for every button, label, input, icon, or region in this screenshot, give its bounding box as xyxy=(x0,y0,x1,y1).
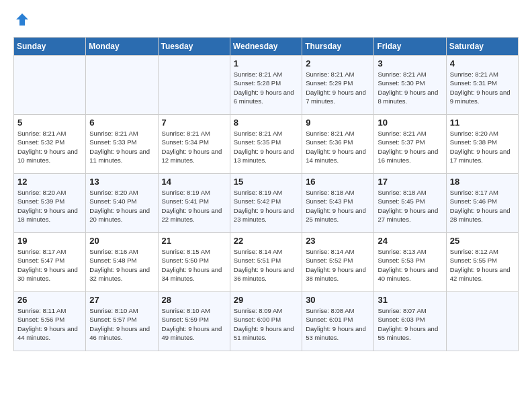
day-number: 30 xyxy=(306,295,371,305)
logo-text xyxy=(13,12,30,30)
weekday-header-cell: Sunday xyxy=(14,38,86,56)
day-number: 1 xyxy=(234,58,299,68)
calendar-cell: 9Sunrise: 8:21 AMSunset: 5:36 PMDaylight… xyxy=(302,115,374,174)
day-info: Sunrise: 8:09 AMSunset: 6:00 PMDaylight:… xyxy=(234,306,299,342)
calendar-week-row: 26Sunrise: 8:11 AMSunset: 5:56 PMDayligh… xyxy=(14,292,519,351)
calendar-cell xyxy=(158,56,230,115)
day-number: 5 xyxy=(17,118,83,128)
day-info: Sunrise: 8:19 AMSunset: 5:41 PMDaylight:… xyxy=(162,188,227,224)
calendar-cell: 19Sunrise: 8:17 AMSunset: 5:47 PMDayligh… xyxy=(14,233,86,292)
calendar-cell: 18Sunrise: 8:17 AMSunset: 5:46 PMDayligh… xyxy=(446,174,518,233)
day-info: Sunrise: 8:14 AMSunset: 5:52 PMDaylight:… xyxy=(306,247,371,283)
weekday-header-cell: Friday xyxy=(374,38,446,56)
day-number: 11 xyxy=(450,118,515,128)
logo-icon xyxy=(15,12,30,27)
svg-marker-0 xyxy=(16,13,28,26)
calendar-cell: 2Sunrise: 8:21 AMSunset: 5:29 PMDaylight… xyxy=(302,56,374,115)
calendar-week-row: 19Sunrise: 8:17 AMSunset: 5:47 PMDayligh… xyxy=(14,233,519,292)
calendar-header: SundayMondayTuesdayWednesdayThursdayFrid… xyxy=(14,38,519,56)
day-info: Sunrise: 8:21 AMSunset: 5:34 PMDaylight:… xyxy=(162,129,227,165)
day-info: Sunrise: 8:15 AMSunset: 5:50 PMDaylight:… xyxy=(162,247,227,283)
day-number: 22 xyxy=(234,236,299,246)
day-number: 31 xyxy=(378,295,443,305)
day-number: 13 xyxy=(89,177,154,187)
calendar-cell: 6Sunrise: 8:21 AMSunset: 5:33 PMDaylight… xyxy=(86,115,158,174)
weekday-header-cell: Tuesday xyxy=(158,38,230,56)
day-number: 17 xyxy=(378,177,443,187)
day-number: 23 xyxy=(306,236,371,246)
day-number: 3 xyxy=(378,58,443,68)
calendar-cell: 1Sunrise: 8:21 AMSunset: 5:28 PMDaylight… xyxy=(230,56,302,115)
calendar-cell: 28Sunrise: 8:10 AMSunset: 5:59 PMDayligh… xyxy=(158,292,230,351)
day-info: Sunrise: 8:19 AMSunset: 5:42 PMDaylight:… xyxy=(234,188,299,224)
calendar-cell xyxy=(86,56,158,115)
day-info: Sunrise: 8:21 AMSunset: 5:33 PMDaylight:… xyxy=(89,129,154,165)
day-number: 16 xyxy=(306,177,371,187)
calendar-cell: 24Sunrise: 8:13 AMSunset: 5:53 PMDayligh… xyxy=(374,233,446,292)
calendar-cell: 27Sunrise: 8:10 AMSunset: 5:57 PMDayligh… xyxy=(86,292,158,351)
day-number: 15 xyxy=(234,177,299,187)
calendar-cell xyxy=(446,292,518,351)
calendar-cell: 13Sunrise: 8:20 AMSunset: 5:40 PMDayligh… xyxy=(86,174,158,233)
calendar-cell: 30Sunrise: 8:08 AMSunset: 6:01 PMDayligh… xyxy=(302,292,374,351)
day-number: 6 xyxy=(89,118,154,128)
day-number: 14 xyxy=(162,177,227,187)
calendar-cell: 14Sunrise: 8:19 AMSunset: 5:41 PMDayligh… xyxy=(158,174,230,233)
calendar-cell: 22Sunrise: 8:14 AMSunset: 5:51 PMDayligh… xyxy=(230,233,302,292)
day-number: 10 xyxy=(378,118,443,128)
day-info: Sunrise: 8:21 AMSunset: 5:36 PMDaylight:… xyxy=(306,129,371,165)
day-number: 25 xyxy=(450,236,515,246)
calendar-cell: 16Sunrise: 8:18 AMSunset: 5:43 PMDayligh… xyxy=(302,174,374,233)
day-number: 8 xyxy=(234,118,299,128)
day-info: Sunrise: 8:17 AMSunset: 5:47 PMDaylight:… xyxy=(17,247,83,283)
calendar-cell: 29Sunrise: 8:09 AMSunset: 6:00 PMDayligh… xyxy=(230,292,302,351)
day-number: 29 xyxy=(234,295,299,305)
day-number: 28 xyxy=(162,295,227,305)
day-info: Sunrise: 8:21 AMSunset: 5:31 PMDaylight:… xyxy=(450,70,515,105)
calendar-table: SundayMondayTuesdayWednesdayThursdayFrid… xyxy=(13,37,519,351)
day-number: 9 xyxy=(306,118,371,128)
day-info: Sunrise: 8:07 AMSunset: 6:03 PMDaylight:… xyxy=(378,306,443,342)
calendar-cell: 25Sunrise: 8:12 AMSunset: 5:55 PMDayligh… xyxy=(446,233,518,292)
weekday-header-cell: Saturday xyxy=(446,38,518,56)
calendar-cell: 7Sunrise: 8:21 AMSunset: 5:34 PMDaylight… xyxy=(158,115,230,174)
day-info: Sunrise: 8:17 AMSunset: 5:46 PMDaylight:… xyxy=(450,188,515,224)
calendar-cell xyxy=(14,56,86,115)
calendar-cell: 8Sunrise: 8:21 AMSunset: 5:35 PMDaylight… xyxy=(230,115,302,174)
calendar-cell: 4Sunrise: 8:21 AMSunset: 5:31 PMDaylight… xyxy=(446,56,518,115)
day-info: Sunrise: 8:10 AMSunset: 5:57 PMDaylight:… xyxy=(89,306,154,342)
day-info: Sunrise: 8:18 AMSunset: 5:43 PMDaylight:… xyxy=(306,188,371,224)
calendar-week-row: 5Sunrise: 8:21 AMSunset: 5:32 PMDaylight… xyxy=(14,115,519,174)
day-number: 2 xyxy=(306,58,371,68)
calendar-cell: 11Sunrise: 8:20 AMSunset: 5:38 PMDayligh… xyxy=(446,115,518,174)
day-info: Sunrise: 8:11 AMSunset: 5:56 PMDaylight:… xyxy=(17,306,83,342)
calendar-cell: 15Sunrise: 8:19 AMSunset: 5:42 PMDayligh… xyxy=(230,174,302,233)
calendar-cell: 17Sunrise: 8:18 AMSunset: 5:45 PMDayligh… xyxy=(374,174,446,233)
day-number: 27 xyxy=(89,295,154,305)
day-info: Sunrise: 8:14 AMSunset: 5:51 PMDaylight:… xyxy=(234,247,299,283)
day-info: Sunrise: 8:08 AMSunset: 6:01 PMDaylight:… xyxy=(306,306,371,342)
day-info: Sunrise: 8:13 AMSunset: 5:53 PMDaylight:… xyxy=(378,247,443,283)
calendar-cell: 5Sunrise: 8:21 AMSunset: 5:32 PMDaylight… xyxy=(14,115,86,174)
day-info: Sunrise: 8:16 AMSunset: 5:48 PMDaylight:… xyxy=(89,247,154,283)
weekday-header-cell: Monday xyxy=(86,38,158,56)
day-info: Sunrise: 8:20 AMSunset: 5:39 PMDaylight:… xyxy=(17,188,83,224)
day-info: Sunrise: 8:21 AMSunset: 5:32 PMDaylight:… xyxy=(17,129,83,165)
page-header xyxy=(13,12,519,30)
calendar-cell: 20Sunrise: 8:16 AMSunset: 5:48 PMDayligh… xyxy=(86,233,158,292)
day-number: 4 xyxy=(450,58,515,68)
day-info: Sunrise: 8:10 AMSunset: 5:59 PMDaylight:… xyxy=(162,306,227,342)
calendar-page: SundayMondayTuesdayWednesdayThursdayFrid… xyxy=(0,0,532,363)
day-number: 21 xyxy=(162,236,227,246)
calendar-cell: 10Sunrise: 8:21 AMSunset: 5:37 PMDayligh… xyxy=(374,115,446,174)
day-number: 7 xyxy=(162,118,227,128)
day-number: 26 xyxy=(17,295,83,305)
day-info: Sunrise: 8:18 AMSunset: 5:45 PMDaylight:… xyxy=(378,188,443,224)
day-number: 24 xyxy=(378,236,443,246)
weekday-header-cell: Thursday xyxy=(302,38,374,56)
day-number: 20 xyxy=(89,236,154,246)
day-info: Sunrise: 8:21 AMSunset: 5:35 PMDaylight:… xyxy=(234,129,299,165)
day-info: Sunrise: 8:20 AMSunset: 5:40 PMDaylight:… xyxy=(89,188,154,224)
calendar-cell: 31Sunrise: 8:07 AMSunset: 6:03 PMDayligh… xyxy=(374,292,446,351)
day-number: 18 xyxy=(450,177,515,187)
